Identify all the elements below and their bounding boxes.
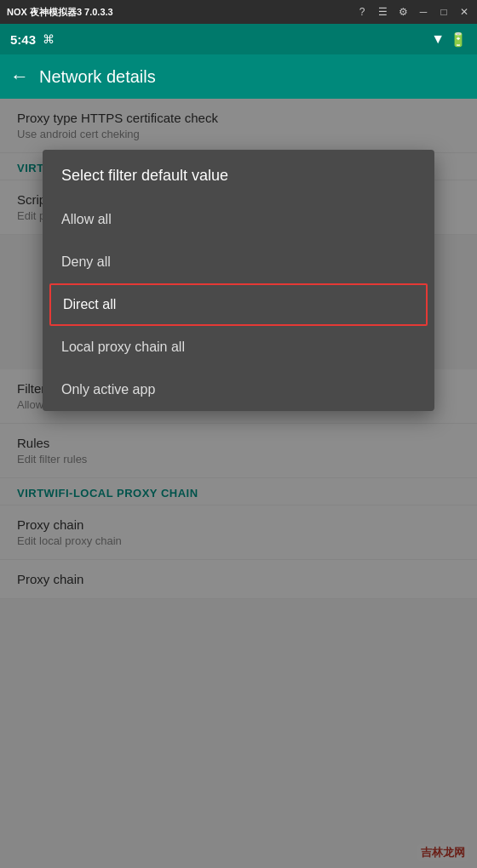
select-filter-dialog: Select filter default value Allow all De… [43, 150, 434, 411]
option-deny-all[interactable]: Deny all [43, 241, 434, 283]
help-icon[interactable]: ? [356, 6, 368, 18]
option-direct-all-label: Direct all [63, 297, 116, 311]
dialog-overlay[interactable]: Select filter default value Allow all De… [0, 99, 477, 868]
status-cmd-icon: ⌘ [43, 32, 55, 46]
maximize-icon[interactable]: □ [438, 6, 450, 18]
option-allow-all-label: Allow all [61, 212, 112, 226]
content-area: Proxy type HTTPS certificate check Use a… [0, 99, 477, 868]
toolbar: ← Network details [0, 54, 477, 99]
status-bar: 5:43 ⌘ ▼ 🔋 [0, 24, 477, 54]
option-direct-all[interactable]: Direct all [49, 283, 428, 326]
toolbar-title: Network details [39, 67, 156, 87]
status-time: 5:43 [10, 32, 36, 47]
title-bar-left: NOX 夜神模拟器3 7.0.3.3 [7, 6, 113, 19]
option-only-active-app[interactable]: Only active app [43, 368, 434, 411]
battery-icon: 🔋 [450, 31, 467, 48]
option-allow-all[interactable]: Allow all [43, 198, 434, 241]
option-only-active-app-label: Only active app [61, 382, 155, 397]
app-name-label: NOX 夜神模拟器3 7.0.3.3 [7, 6, 113, 19]
back-button[interactable]: ← [10, 66, 29, 88]
title-bar-controls: ? ☰ ⚙ ─ □ ✕ [356, 6, 470, 18]
option-local-proxy-chain-all-label: Local proxy chain all [61, 340, 185, 354]
option-deny-all-label: Deny all [61, 254, 111, 269]
wifi-icon: ▼ [431, 31, 445, 47]
title-bar: NOX 夜神模拟器3 7.0.3.3 ? ☰ ⚙ ─ □ ✕ [0, 0, 477, 24]
dialog-title: Select filter default value [43, 150, 434, 198]
menu-icon[interactable]: ☰ [376, 6, 388, 18]
minimize-icon[interactable]: ─ [417, 6, 429, 18]
status-right-icons: ▼ 🔋 [431, 31, 467, 48]
option-local-proxy-chain-all[interactable]: Local proxy chain all [43, 326, 434, 368]
settings-icon[interactable]: ⚙ [397, 6, 409, 18]
close-icon[interactable]: ✕ [458, 6, 470, 18]
